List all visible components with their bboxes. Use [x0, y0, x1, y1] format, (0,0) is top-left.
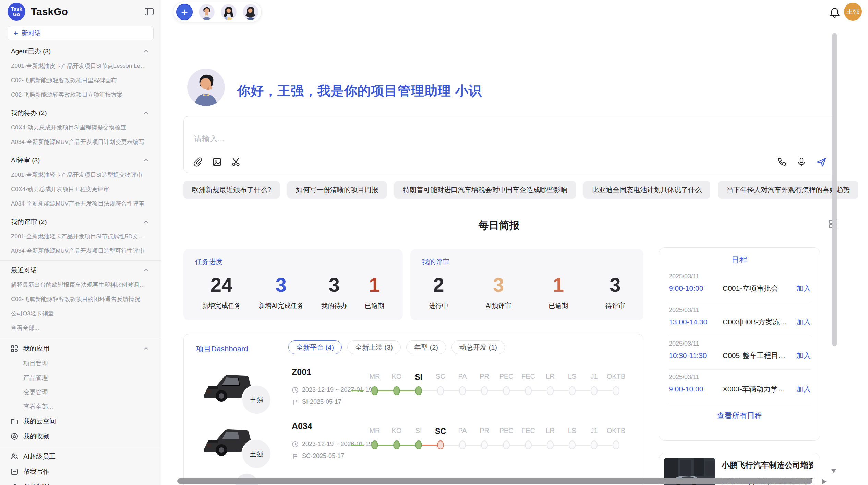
milestone-node[interactable]	[591, 386, 598, 395]
tab-all-new-body[interactable]: 全新上装 (3)	[347, 340, 401, 354]
chevron-up-icon[interactable]	[143, 345, 149, 352]
scissors-icon[interactable]	[231, 157, 241, 167]
sidebar-item-help-me-write[interactable]: 帮我写作	[0, 464, 161, 479]
sidebar-item[interactable]: Z001-全新燃油轻卡产品开发项目SI造型提交物评审	[0, 168, 161, 182]
chevron-up-icon[interactable]	[143, 110, 149, 116]
recent-chat-item[interactable]: 解释最新出台的欧盟报废车法规再生塑料比例被调至15%...	[0, 278, 161, 292]
tab-all-new-platform[interactable]: 全新平台 (4)	[288, 340, 342, 354]
chevron-up-icon[interactable]	[143, 48, 149, 55]
scroll-down-arrow[interactable]	[831, 469, 836, 473]
view-all-chats-link[interactable]: 查看全部...	[0, 321, 161, 335]
milestone-node[interactable]	[569, 386, 576, 395]
section-my-review: 我的评审 (2) Z001-全新燃油轻卡产品开发项目SI节点属性5D文件评审 A…	[0, 214, 161, 258]
milestone-node[interactable]	[591, 440, 598, 449]
suggestion-chip[interactable]: 如何写一份清晰的项目周报	[287, 181, 387, 199]
phone-icon[interactable]	[776, 157, 787, 167]
join-meeting-link[interactable]: 加入	[792, 284, 811, 293]
sidebar-item-my-apps[interactable]: 我的应用	[0, 341, 161, 356]
milestone-node[interactable]	[393, 440, 400, 449]
sidebar-item-favorites[interactable]: 我的收藏	[0, 429, 161, 444]
send-icon[interactable]	[816, 157, 827, 167]
chevron-up-icon[interactable]	[143, 157, 149, 164]
team-avatar[interactable]	[243, 4, 258, 20]
milestone-node[interactable]	[437, 386, 444, 395]
suggestion-chip[interactable]: 特朗普可能对进口汽车增税会对中国车企造成哪些影响	[394, 181, 576, 199]
milestone-node[interactable]	[569, 440, 576, 449]
add-member-button[interactable]: +	[176, 4, 193, 20]
section-header-recent-chats[interactable]: 最近对话	[0, 263, 161, 278]
team-avatar[interactable]	[221, 4, 237, 20]
milestone-node[interactable]	[613, 440, 619, 449]
sidebar-item[interactable]: C0X4-动力总成开发项目工程变更评审	[0, 182, 161, 197]
recent-chat-item[interactable]: 公司Q3轻卡销量	[0, 307, 161, 321]
milestone-node[interactable]	[415, 440, 422, 449]
composer-actions	[776, 157, 827, 167]
sidebar-item-cloud-space[interactable]: 我的云空间	[0, 414, 161, 429]
tab-model-year[interactable]: 年型 (2)	[406, 340, 446, 354]
milestone-node[interactable]	[459, 386, 466, 395]
stat-row: 2 进行中 3 AI预评审 1 已逾期 3 待评审	[422, 274, 632, 310]
milestone-node[interactable]	[547, 386, 554, 395]
team-avatar[interactable]	[199, 4, 215, 20]
milestone-label: J1	[583, 427, 605, 436]
sidebar-item[interactable]: C0X4-动力总成开发项目SI里程碑提交物检查	[0, 121, 161, 135]
scroll-right-arrow[interactable]	[822, 479, 827, 484]
milestone-label: MR	[364, 427, 386, 436]
microphone-icon[interactable]	[796, 157, 807, 167]
milestone-node[interactable]	[371, 386, 378, 395]
sidebar-item[interactable]: A034-全新新能源MUV产品开发项目计划变更表编写	[0, 135, 161, 149]
section-header-my-review[interactable]: 我的评审 (2)	[0, 214, 161, 229]
sidebar-item[interactable]: A034-全新新能源MUV产品开发项目法规符合性评审	[0, 197, 161, 211]
suggestion-chip[interactable]: 比亚迪全固态电池计划具体说了什么	[583, 181, 710, 199]
sidebar-item-ai-super-staff[interactable]: AI超级员工	[0, 449, 161, 464]
sidebar-collapse-icon[interactable]	[144, 7, 154, 17]
join-meeting-link[interactable]: 加入	[792, 351, 811, 360]
milestone-node[interactable]	[525, 386, 532, 395]
recent-chat-item[interactable]: C02-飞腾新能源轻客改款项目的闭环通告反馈情况	[0, 292, 161, 307]
image-icon[interactable]	[212, 157, 222, 167]
chevron-up-icon[interactable]	[143, 267, 149, 274]
milestone-node[interactable]	[481, 440, 488, 449]
sidebar-item[interactable]: C02-飞腾新能源轻客改款项目里程碑画布	[0, 73, 161, 88]
paperclip-icon[interactable]	[193, 157, 203, 167]
section-header-ai-review[interactable]: AI评审 (3)	[0, 153, 161, 168]
suggestion-chip[interactable]: 欧洲新规最近颁布了什么?	[183, 181, 280, 199]
sidebar-item[interactable]: C02-飞腾新能源轻客改款项目立项汇报方案	[0, 88, 161, 102]
milestone-node[interactable]	[547, 440, 554, 449]
milestone-node[interactable]	[393, 386, 400, 395]
section-header-agent-done[interactable]: Agent已办 (3)	[0, 44, 161, 59]
vertical-scrollbar-thumb[interactable]	[832, 33, 837, 346]
app-item-project-management[interactable]: 项目管理	[0, 356, 161, 371]
milestone-node[interactable]	[371, 440, 378, 449]
user-avatar[interactable]: 王强	[844, 3, 862, 21]
milestone-node[interactable]	[613, 386, 619, 395]
notification-bell-icon[interactable]	[829, 7, 840, 18]
milestone-node[interactable]	[459, 440, 466, 449]
apps-grid-icon	[10, 345, 19, 353]
milestone-node[interactable]	[503, 440, 510, 449]
milestone-node[interactable]	[525, 440, 532, 449]
tab-powertrain-dev[interactable]: 动总开发 (1)	[451, 340, 505, 354]
horizontal-scrollbar-thumb[interactable]	[177, 478, 812, 484]
milestone-node[interactable]	[503, 386, 510, 395]
new-conversation-button[interactable]: + 新对话	[8, 26, 154, 40]
milestone-node[interactable]	[415, 386, 422, 395]
sidebar-item[interactable]: A034-全新新能源MUV产品开发项目造型可行性评审	[0, 244, 161, 258]
milestone-node[interactable]	[481, 386, 488, 395]
sidebar-item[interactable]: Z001-全新燃油轻卡产品开发项目SI节点属性5D文件评审	[0, 229, 161, 244]
view-all-apps-link[interactable]: 查看全部...	[0, 399, 161, 414]
chevron-up-icon[interactable]	[143, 219, 149, 225]
sidebar-item[interactable]: Z001-全新燃油皮卡产品开发项目SI节点Lesson Learn报告	[0, 59, 161, 73]
app-item-product-management[interactable]: 产品管理	[0, 371, 161, 385]
chat-input[interactable]	[194, 134, 708, 144]
section-header-my-todo[interactable]: 我的待办 (2)	[0, 105, 161, 121]
milestone-node[interactable]	[437, 440, 444, 449]
sidebar-item-creative-drawing[interactable]: 创意制图	[0, 479, 161, 485]
section-ai-review: AI评审 (3) Z001-全新燃油轻卡产品开发项目SI造型提交物评审 C0X4…	[0, 153, 161, 211]
view-all-schedule-link[interactable]: 查看所有日程	[659, 411, 820, 421]
suggestion-chip[interactable]: 当下年轻人对汽车外观有怎样的喜好趋势	[718, 181, 858, 199]
milestone-label: LR	[539, 427, 561, 436]
join-meeting-link[interactable]: 加入	[792, 384, 811, 394]
join-meeting-link[interactable]: 加入	[792, 317, 811, 327]
app-item-change-management[interactable]: 变更管理	[0, 385, 161, 399]
